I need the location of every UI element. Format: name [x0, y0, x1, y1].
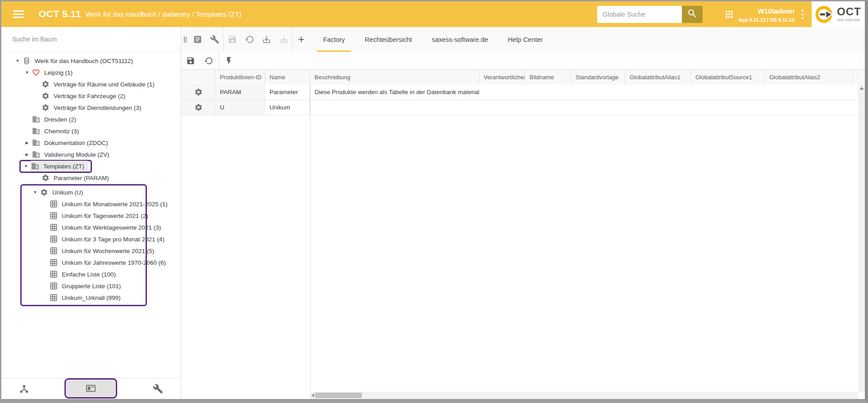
global-search-input[interactable]	[597, 6, 682, 23]
column-header-bildname[interactable]: Bildname	[525, 70, 571, 85]
tree-item[interactable]: Parameter (PARAM)	[1, 172, 181, 184]
tree-item-label: Unikum für Monatswerte 2021-2025 (1)	[62, 201, 168, 208]
menu-icon[interactable]	[13, 10, 24, 18]
table-cell	[479, 85, 525, 100]
tree-item[interactable]: Chemnitz (3)	[1, 125, 181, 137]
tree-item-label: Leipzig (1)	[44, 69, 73, 76]
tree-item[interactable]: Dresden (2)	[1, 113, 181, 125]
tree-item[interactable]: Verträge für Fahrzeuge (2)	[1, 90, 181, 102]
scroll-left-icon[interactable]	[311, 393, 314, 398]
panel-icon	[193, 35, 202, 44]
column-header-globalattributsource1[interactable]: GlobalattributSource1	[691, 70, 765, 85]
tree-item[interactable]: Verträge für Dienstleistungen (3)	[1, 102, 181, 113]
expander-right-icon[interactable]: ▶	[23, 137, 32, 149]
upload-button[interactable]	[275, 27, 292, 52]
expander-down-icon[interactable]: ▼	[31, 186, 40, 198]
kebab-menu-icon[interactable]	[801, 10, 804, 19]
table-body: PARAMParameterDiese Produkte werden als …	[182, 85, 865, 115]
tree-item[interactable]: Unikum für Tageswerte 2021 (2)	[22, 210, 146, 222]
tab-saxess-software-de[interactable]: saxess-software.de	[422, 27, 498, 52]
user-block: W10\admin App 5.11.12 | DB 5.11.12	[738, 1, 795, 27]
tree-item[interactable]: ▼Unikum (U)	[22, 186, 146, 198]
table-row[interactable]: UUnikum	[182, 100, 865, 115]
expander-right-icon[interactable]: ▶	[23, 149, 32, 160]
top-bar: OCT 5.11 Werk für das Handbuch / dataent…	[1, 1, 865, 27]
tree-item[interactable]: ▼Leipzig (1)	[1, 67, 181, 78]
scroll-up-icon[interactable]	[859, 87, 864, 90]
tab-factory[interactable]: Factory	[313, 27, 355, 52]
tree-item-label: Unikum für Werktageswerte 2021 (3)	[62, 224, 161, 231]
tab-help-center[interactable]: Help Center	[498, 27, 553, 52]
tree-item[interactable]: Unikum für Monatswerte 2021-2025 (1)	[22, 198, 146, 210]
expander-down-icon[interactable]: ▼	[22, 160, 31, 172]
column-header-empty[interactable]	[182, 70, 215, 85]
add-button[interactable]	[292, 27, 310, 52]
tree-item[interactable]: Unikum für Werktageswerte 2021 (3)	[22, 222, 146, 233]
building-icon	[32, 150, 40, 158]
row-gear-button[interactable]	[182, 100, 215, 115]
history-button[interactable]	[241, 27, 258, 52]
tree-item[interactable]: Unikum für Wochenwerte 2021 (5)	[22, 245, 146, 257]
tree-item[interactable]: Unikum für 3 Tage pro Monat 2021 (4)	[22, 233, 146, 245]
grid-flash-button[interactable]	[220, 52, 238, 69]
panel-button[interactable]	[189, 27, 206, 52]
table-cell	[625, 85, 691, 100]
tree-item[interactable]: ▼Templates (ZT)	[1, 160, 181, 172]
tree-item[interactable]: Unikum für Jahreswerte 1970-2060 (6)	[22, 257, 146, 268]
row-gear-button[interactable]	[182, 85, 215, 100]
column-header-globalattributalias2[interactable]: GlobalattributAlias2	[765, 70, 853, 85]
tree-search-input[interactable]	[11, 35, 171, 43]
column-header-produktlinien-id[interactable]: Produktlinien-ID	[215, 70, 265, 85]
tree-item-label: Unikum_Urknall (999)	[62, 294, 121, 301]
grid-icon	[50, 200, 58, 208]
tab-rechte-bersicht[interactable]: Rechteübersicht	[355, 27, 422, 52]
user-name[interactable]: W10\admin	[738, 7, 795, 15]
tree-item-label: Gruppierte Liste (101)	[62, 283, 121, 290]
column-header-name[interactable]: Name	[265, 70, 310, 85]
expander-down-icon[interactable]: ▼	[23, 67, 32, 78]
tree-item[interactable]: Gruppierte Liste (101)	[22, 280, 146, 292]
history-icon	[204, 56, 213, 65]
table-cell	[625, 100, 691, 115]
gear-icon	[40, 188, 48, 196]
table-row[interactable]: PARAMParameterDiese Produkte werden als …	[182, 85, 865, 100]
expander-down-icon[interactable]: ▼	[13, 55, 22, 67]
tree-item[interactable]: ▼Werk für das Handbuch (OCT51112)	[1, 55, 181, 67]
table-cell	[765, 100, 853, 115]
download-button[interactable]	[258, 27, 275, 52]
database-icon	[23, 57, 31, 65]
tree-item[interactable]: Einfache Liste (100)	[22, 268, 146, 280]
wrench-icon	[153, 384, 163, 394]
gear-icon	[41, 92, 50, 100]
search-button[interactable]	[682, 6, 703, 23]
sidebar-view-layout-button-highlighted[interactable]	[64, 378, 117, 398]
tree-item[interactable]: Unikum_Urknall (999)	[22, 292, 146, 303]
horizontal-scrollbar-thumb[interactable]	[315, 393, 362, 398]
sidebar-view-wrench-button[interactable]	[153, 384, 163, 394]
panel-resize-handle-icon[interactable]	[182, 27, 189, 52]
horizontal-scrollbar[interactable]	[310, 392, 858, 399]
brand-logo: OCT one cool tool	[812, 1, 865, 27]
column-header-empty[interactable]	[853, 70, 865, 85]
building-icon	[31, 162, 39, 170]
sidebar-view-hierarchy-button[interactable]	[19, 384, 29, 394]
tree-item[interactable]: ▶Validierung Module (ZV)	[1, 149, 181, 160]
table-cell: Parameter	[265, 85, 310, 100]
tree-item-label: Templates (ZT)	[43, 163, 84, 170]
tab-bar: FactoryRechteübersichtsaxess-software.de…	[313, 27, 553, 52]
table-cell: U	[215, 100, 265, 115]
column-header-globalattributalias1[interactable]: GlobalattributAlias1	[625, 70, 691, 85]
column-header-standardvorlage[interactable]: Standardvorlage	[571, 70, 625, 85]
tree-item[interactable]: Verträge für Räume und Gebäude (1)	[1, 78, 181, 90]
grid-icon	[50, 212, 58, 220]
tree-item[interactable]: ▶Dokumentation (ZDOC)	[1, 137, 181, 149]
grid-history-button[interactable]	[200, 52, 218, 69]
grid-save-button[interactable]	[182, 52, 200, 69]
wrench-button[interactable]	[206, 27, 223, 52]
vertical-scrollbar[interactable]	[858, 85, 865, 392]
column-header-verantwortlicher[interactable]: Verantwortlicher	[479, 70, 525, 85]
apps-grid-icon[interactable]	[723, 9, 735, 20]
column-header-beschreibung[interactable]: Beschreibung	[310, 70, 479, 85]
save-button[interactable]	[224, 27, 241, 52]
tree-item-label: Verträge für Räume und Gebäude (1)	[54, 81, 155, 88]
